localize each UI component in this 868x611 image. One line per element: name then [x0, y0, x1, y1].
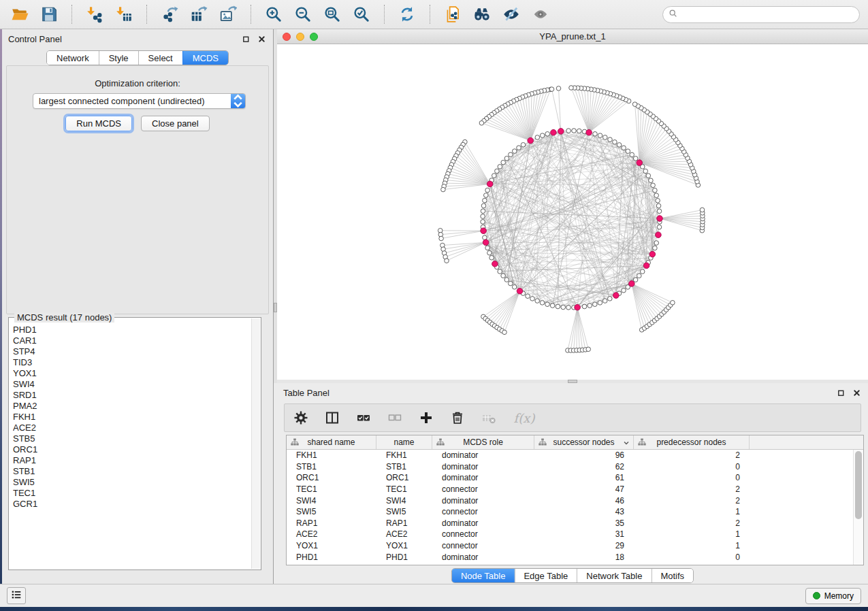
graph-node[interactable] — [622, 288, 626, 293]
task-history-button[interactable] — [7, 587, 26, 604]
column-header-shared_name[interactable]: shared name — [287, 435, 376, 449]
mcds-result-item[interactable]: FKH1 — [13, 412, 248, 423]
export-image-icon[interactable] — [216, 3, 240, 25]
mcds-result-item[interactable]: SWI4 — [13, 379, 248, 390]
graph-mcds-hub-node[interactable] — [481, 228, 487, 234]
table-row[interactable]: TEC1TEC1connector472 — [287, 484, 853, 495]
graph-node[interactable] — [501, 160, 506, 165]
tab-style[interactable]: Style — [99, 51, 138, 65]
table-row[interactable]: YOX1YOX1connector291 — [287, 540, 853, 552]
graph-node[interactable] — [586, 347, 591, 352]
graph-node[interactable] — [646, 174, 651, 178]
mcds-result-item[interactable]: RAP1 — [13, 455, 248, 466]
graph-node[interactable] — [598, 301, 602, 306]
mcds-result-item[interactable]: SRD1 — [13, 390, 248, 401]
graph-mcds-hub-node[interactable] — [586, 129, 592, 135]
table-row[interactable]: FKH1FKH1dominator962 — [287, 450, 853, 461]
graph-node[interactable] — [608, 137, 613, 142]
graph-mcds-hub-node[interactable] — [492, 261, 498, 267]
mcds-scrollbar[interactable] — [251, 318, 260, 569]
graph-node[interactable] — [617, 143, 622, 148]
graph-node[interactable] — [484, 193, 489, 198]
float-window-icon[interactable] — [836, 388, 846, 398]
graph-mcds-hub-node[interactable] — [643, 263, 649, 269]
graph-node[interactable] — [485, 188, 490, 193]
find-network-icon[interactable] — [470, 3, 494, 25]
tab-mcds[interactable]: MCDS — [182, 51, 228, 65]
tab-motifs[interactable]: Motifs — [651, 569, 693, 582]
graph-node[interactable] — [540, 301, 545, 306]
graph-node[interactable] — [593, 302, 598, 307]
export-network-icon[interactable] — [158, 3, 181, 25]
zoom-selected-icon[interactable] — [350, 3, 373, 25]
mcds-result-item[interactable]: GCR1 — [13, 499, 248, 510]
graph-mcds-hub-node[interactable] — [487, 181, 493, 187]
graph-node[interactable] — [487, 250, 492, 255]
graph-node[interactable] — [498, 269, 502, 274]
refresh-icon[interactable] — [396, 3, 419, 25]
mcds-result-item[interactable]: SWI5 — [13, 477, 248, 488]
run-mcds-button[interactable]: Run MCDS — [65, 116, 132, 131]
table-row[interactable]: SWI4SWI4dominator462 — [287, 495, 853, 506]
table-row[interactable]: RAP1RAP1dominator352 — [287, 518, 853, 529]
graph-node[interactable] — [535, 299, 540, 303]
graph-node[interactable] — [630, 152, 634, 157]
graph-node[interactable] — [561, 305, 566, 310]
graph-node[interactable] — [588, 303, 592, 308]
graph-mcds-hub-node[interactable] — [483, 240, 489, 246]
graph-node[interactable] — [479, 121, 484, 126]
graph-node[interactable] — [556, 86, 561, 91]
network-graph[interactable] — [277, 44, 868, 380]
graph-node[interactable] — [498, 165, 502, 169]
table-scrollbar[interactable] — [853, 450, 863, 565]
float-window-icon[interactable] — [241, 34, 251, 44]
graph-node[interactable] — [654, 241, 659, 246]
network-canvas[interactable] — [277, 44, 868, 380]
select-all-icon[interactable] — [355, 410, 372, 426]
graph-node[interactable] — [556, 304, 560, 309]
graph-node[interactable] — [653, 246, 658, 250]
table-row[interactable]: STB1STB1dominator620 — [287, 461, 853, 473]
add-column-icon[interactable] — [418, 410, 434, 426]
graph-node[interactable] — [626, 149, 630, 154]
graph-node[interactable] — [535, 135, 540, 140]
graph-node[interactable] — [656, 199, 660, 203]
graph-node[interactable] — [632, 102, 637, 107]
tab-select[interactable]: Select — [138, 51, 182, 65]
split-panel-icon[interactable] — [324, 410, 340, 426]
mcds-result-item[interactable]: PHD1 — [13, 325, 248, 335]
graph-node[interactable] — [566, 306, 571, 310]
graph-node[interactable] — [530, 297, 535, 301]
graph-node[interactable] — [509, 152, 513, 157]
tab-network[interactable]: Network — [47, 51, 99, 65]
graph-node[interactable] — [593, 132, 598, 137]
graph-node[interactable] — [657, 209, 662, 214]
mcds-result-item[interactable]: ORC1 — [13, 444, 248, 455]
graph-node[interactable] — [526, 294, 530, 299]
column-header-name[interactable]: name — [376, 435, 432, 449]
graph-node[interactable] — [481, 220, 485, 225]
table-row[interactable]: PHD1PHD1dominator180 — [287, 551, 853, 563]
graph-node[interactable] — [569, 86, 574, 90]
graph-node[interactable] — [603, 135, 608, 140]
mcds-result-item[interactable]: PMA2 — [13, 401, 248, 412]
graph-node[interactable] — [540, 133, 545, 138]
graph-node[interactable] — [613, 140, 617, 145]
save-icon[interactable] — [37, 3, 61, 25]
table-row[interactable]: SWI5SWI5connector431 — [287, 506, 853, 518]
graph-node[interactable] — [521, 143, 526, 148]
graph-node[interactable] — [577, 129, 582, 133]
tab-edge-table[interactable]: Edge Table — [514, 569, 577, 582]
graph-node[interactable] — [483, 235, 487, 240]
mcds-result-item[interactable]: TID3 — [13, 357, 248, 368]
graph-node[interactable] — [640, 269, 645, 274]
graph-node[interactable] — [495, 169, 500, 174]
graph-node[interactable] — [582, 304, 587, 309]
graph-node[interactable] — [649, 178, 654, 183]
graph-node[interactable] — [545, 302, 550, 307]
graph-node[interactable] — [513, 149, 517, 154]
graph-node[interactable] — [602, 299, 607, 303]
graph-node[interactable] — [504, 156, 509, 161]
graph-node[interactable] — [502, 330, 507, 335]
graph-node[interactable] — [445, 259, 449, 263]
